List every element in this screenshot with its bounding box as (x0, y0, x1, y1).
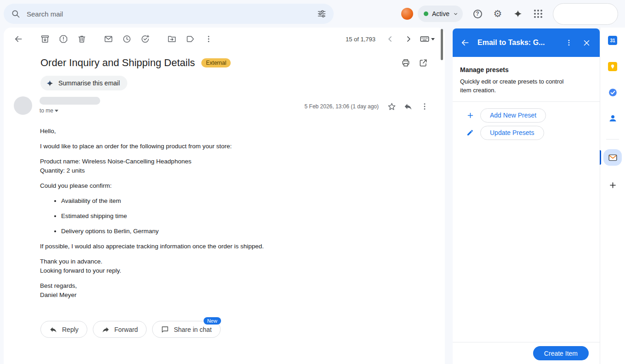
addon-footer: Create Item (453, 342, 600, 364)
add-preset-row: Add New Preset (460, 108, 592, 123)
sender-name-redacted (40, 97, 100, 105)
body-paragraph: Best regards, (40, 281, 408, 291)
status-active-dropdown[interactable]: Active (418, 6, 463, 22)
scrollbar-thumb[interactable] (441, 29, 443, 60)
create-item-button[interactable]: Create Item (533, 346, 589, 360)
newer-email-chevron-icon[interactable] (381, 30, 399, 48)
external-badge: External (201, 58, 231, 67)
help-icon[interactable]: ? (468, 5, 487, 23)
settings-gear-icon[interactable]: ⚙ (489, 5, 507, 23)
contacts-icon[interactable] (603, 109, 622, 127)
move-to-icon[interactable] (163, 30, 181, 48)
gemini-sparkle-icon[interactable] (509, 5, 527, 23)
chevron-down-icon (431, 38, 435, 40)
email-date: 5 Feb 2026, 13:06 (1 day ago) (305, 103, 379, 110)
reply-button[interactable]: Reply (40, 321, 87, 338)
sender-info: to me (40, 96, 100, 114)
search-icon[interactable] (6, 5, 25, 23)
print-icon[interactable] (399, 56, 413, 70)
body-paragraph: Looking forward to your reply. (40, 266, 408, 275)
summarise-label: Summarise this email (58, 79, 120, 87)
add-to-tasks-icon[interactable] (136, 30, 154, 48)
divider (453, 101, 600, 102)
body-paragraph: Thank you in advance. (40, 257, 408, 266)
search-bar[interactable] (4, 4, 334, 24)
update-presets-button[interactable]: Update Presets (480, 126, 544, 140)
sender-meta: 5 Feb 2026, 13:06 (1 day ago) (305, 96, 433, 115)
email-action-buttons: Reply Forward Share in chat New (4, 321, 445, 338)
more-options-icon[interactable] (199, 30, 218, 48)
gemini-sparkle-icon (46, 79, 54, 87)
older-email-chevron-icon[interactable] (399, 30, 418, 48)
new-badge: New (204, 317, 221, 325)
email-to-tasks-addon-icon[interactable] (603, 149, 622, 166)
add-new-preset-button[interactable]: Add New Preset (480, 108, 546, 123)
reply-icon[interactable] (400, 98, 416, 115)
mark-unread-icon[interactable] (99, 30, 118, 48)
addon-body: Manage presets Quickly edit or create pr… (453, 57, 600, 140)
body-paragraph: Hello, (40, 127, 408, 136)
body-bullet-item: Delivery options to Berlin, Germany (61, 227, 408, 236)
chat-bubble-icon (161, 325, 169, 334)
topbar: Active ? ⚙ (0, 0, 625, 28)
manage-presets-description: Quickly edit or create presets to contro… (460, 77, 576, 95)
search-filter-tune-icon[interactable] (312, 5, 331, 23)
email-body: Hello, I would like to place an order fo… (4, 115, 445, 300)
sender-row: to me 5 Feb 2026, 13:06 (1 day ago) (4, 96, 445, 115)
plus-icon (460, 108, 480, 123)
message-more-options-icon[interactable] (416, 98, 433, 115)
forward-button[interactable]: Forward (93, 321, 147, 338)
snooze-icon[interactable] (118, 30, 136, 48)
update-preset-row: Update Presets (460, 125, 592, 140)
chevron-down-icon (453, 11, 458, 17)
keep-icon[interactable] (603, 57, 622, 76)
pagination-count: 15 of 1,793 (346, 36, 375, 43)
account-avatar[interactable] (401, 8, 413, 20)
body-bullet-item: Estimated shipping time (61, 212, 408, 221)
star-icon[interactable] (383, 98, 400, 115)
search-input[interactable] (25, 10, 312, 18)
topbar-right-cluster: Active ? ⚙ (401, 3, 618, 25)
side-panel-rail: 31 (600, 28, 625, 364)
pencil-edit-icon (460, 125, 480, 140)
reply-label: Reply (62, 326, 79, 333)
body-bullet-list: Availability of the item Estimated shipp… (40, 196, 408, 236)
subject-row: Order Inquiry and Shipping Details Exter… (4, 50, 445, 70)
keyboard-icon (420, 34, 430, 44)
body-paragraph: I would like to place an order for the f… (40, 142, 408, 151)
apps-grid-icon[interactable] (529, 5, 547, 23)
addon-more-options-icon[interactable] (560, 34, 578, 51)
delete-icon[interactable] (73, 30, 91, 48)
reply-icon (49, 325, 57, 334)
body-bullet-item: Availability of the item (61, 196, 408, 206)
tasks-icon[interactable] (603, 83, 622, 101)
report-spam-icon[interactable] (54, 30, 73, 48)
open-in-new-icon[interactable] (416, 56, 430, 70)
addon-close-icon[interactable] (578, 34, 595, 51)
addon-panel: Email to Tasks: G... Manage presets Quic… (453, 28, 600, 364)
addon-title: Email to Tasks: G... (477, 39, 560, 47)
manage-presets-heading: Manage presets (460, 66, 592, 73)
labels-icon[interactable] (181, 30, 199, 48)
recipient-details-dropdown[interactable]: to me (40, 107, 58, 114)
sender-avatar[interactable] (14, 96, 32, 115)
workspace-logo-placeholder (553, 3, 618, 25)
mail-view-card: 15 of 1,793 Order Inquiry and Shipping D… (4, 28, 445, 364)
get-addons-plus-icon[interactable] (603, 176, 622, 194)
archive-icon[interactable] (36, 30, 54, 48)
share-in-chat-label: Share in chat (174, 326, 212, 333)
share-in-chat-button[interactable]: Share in chat New (152, 321, 221, 338)
body-paragraph: If possible, I would also appreciate tra… (40, 242, 408, 251)
active-addon-indicator (600, 150, 601, 165)
input-method-dropdown[interactable] (418, 31, 437, 47)
recipient-label: to me (40, 107, 53, 114)
calendar-icon[interactable]: 31 (603, 31, 622, 50)
body-paragraph: Quantity: 2 units (40, 166, 408, 175)
back-to-inbox-icon[interactable] (9, 30, 28, 48)
body-paragraph: Could you please confirm: (40, 181, 408, 190)
mail-toolbar: 15 of 1,793 (4, 28, 445, 50)
addon-back-icon[interactable] (456, 34, 474, 51)
summarise-email-button[interactable]: Summarise this email (40, 76, 127, 90)
forward-icon (102, 325, 110, 334)
body-paragraph: Daniel Meyer (40, 291, 408, 300)
